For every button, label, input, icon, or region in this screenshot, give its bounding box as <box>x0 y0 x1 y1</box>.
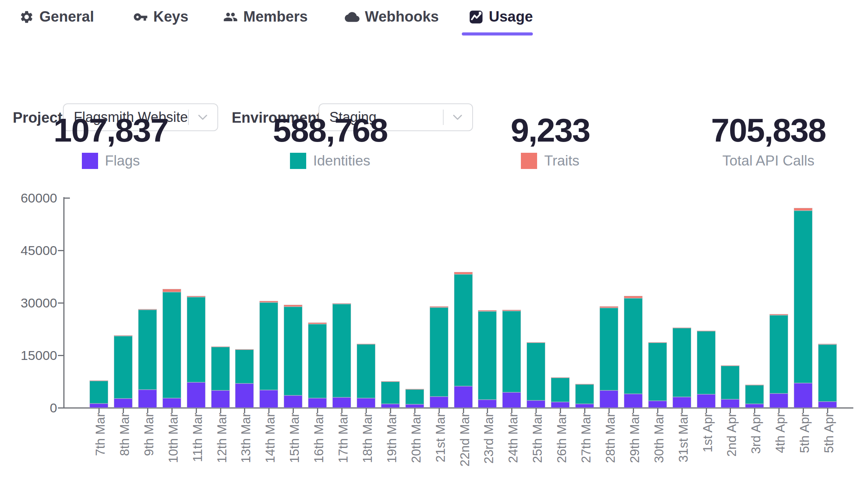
bar-segment-identities[interactable] <box>770 315 788 393</box>
bar-segment-identities[interactable] <box>575 384 594 404</box>
bar-segment-identities[interactable] <box>381 381 400 404</box>
bar-segment-traits[interactable] <box>235 349 254 350</box>
bar-segment-identities[interactable] <box>478 311 497 400</box>
bar-segment-flags[interactable] <box>818 402 837 408</box>
bar-segment-flags[interactable] <box>259 390 278 408</box>
bar-segment-traits[interactable] <box>405 389 424 390</box>
bar-segment-traits[interactable] <box>284 305 302 307</box>
bar-segment-traits[interactable] <box>600 306 618 308</box>
bar-segment-traits[interactable] <box>527 342 545 343</box>
bar-segment-flags[interactable] <box>794 383 812 408</box>
bar-segment-traits[interactable] <box>308 323 327 324</box>
bar-segment-flags[interactable] <box>624 394 643 408</box>
x-axis-label: 7th Mar <box>93 413 106 478</box>
bar-segment-identities[interactable] <box>187 297 205 382</box>
bar-segment-flags[interactable] <box>745 404 764 408</box>
bar-segment-traits[interactable] <box>770 314 788 315</box>
bar-segment-identities[interactable] <box>332 304 351 397</box>
bar-segment-traits[interactable] <box>430 306 448 307</box>
bar-segment-identities[interactable] <box>551 377 570 402</box>
bar-segment-identities[interactable] <box>697 331 715 394</box>
bar-segment-identities[interactable] <box>259 302 278 390</box>
bar-segment-identities[interactable] <box>648 343 667 401</box>
bar-segment-flags[interactable] <box>551 402 570 408</box>
bar-segment-flags[interactable] <box>454 386 473 408</box>
bar-segment-identities[interactable] <box>90 380 108 404</box>
bar-segment-identities[interactable] <box>745 385 764 404</box>
bar-segment-traits[interactable] <box>332 303 351 304</box>
bar-segment-traits[interactable] <box>163 289 181 292</box>
x-axis-label: 30th Mar <box>652 413 665 478</box>
bar-segment-identities[interactable] <box>527 343 545 400</box>
bar-segment-flags[interactable] <box>405 404 424 408</box>
bar-segment-traits[interactable] <box>721 365 739 366</box>
bar-segment-flags[interactable] <box>575 404 594 408</box>
bar-segment-traits[interactable] <box>551 377 570 378</box>
bar-segment-flags[interactable] <box>381 404 400 408</box>
bar-segment-traits[interactable] <box>357 344 375 345</box>
bar-segment-flags[interactable] <box>138 390 157 408</box>
bar-segment-traits[interactable] <box>648 342 667 343</box>
bar-segment-flags[interactable] <box>211 390 230 408</box>
bar-segment-flags[interactable] <box>114 399 132 408</box>
bar-segment-flags[interactable] <box>648 401 667 408</box>
bar-segment-flags[interactable] <box>502 392 521 408</box>
bar-segment-identities[interactable] <box>502 311 521 392</box>
bar-segment-identities[interactable] <box>114 336 132 399</box>
bar-segment-traits[interactable] <box>90 380 108 381</box>
bar-segment-flags[interactable] <box>90 404 108 408</box>
bar-segment-identities[interactable] <box>430 307 448 397</box>
bar-segment-identities[interactable] <box>163 292 181 398</box>
bar-segment-identities[interactable] <box>673 328 691 397</box>
bar-segment-flags[interactable] <box>163 398 181 408</box>
bar-segment-identities[interactable] <box>405 389 424 404</box>
bar-segment-identities[interactable] <box>284 307 302 395</box>
bar-segment-identities[interactable] <box>308 324 327 398</box>
bar-segment-identities[interactable] <box>211 346 230 390</box>
bar-segment-traits[interactable] <box>673 328 691 328</box>
bar-segment-identities[interactable] <box>721 366 739 399</box>
x-axis-label: 2nd Apr <box>724 413 737 478</box>
bar-segment-identities[interactable] <box>794 211 812 383</box>
bar-segment-traits[interactable] <box>138 309 157 310</box>
bar-segment-flags[interactable] <box>430 397 448 408</box>
bar-segment-identities[interactable] <box>624 298 643 394</box>
bar-segment-identities[interactable] <box>357 344 375 398</box>
bar-segment-traits[interactable] <box>502 310 521 311</box>
bar-segment-traits[interactable] <box>381 381 400 382</box>
bar-segment-flags[interactable] <box>357 398 375 408</box>
bar-segment-flags[interactable] <box>235 383 254 408</box>
x-axis-label: 21st Mar <box>433 413 446 478</box>
bar-segment-identities[interactable] <box>600 308 618 390</box>
bar-segment-traits[interactable] <box>818 344 837 345</box>
bar-segment-identities[interactable] <box>818 345 837 402</box>
bar-segment-flags[interactable] <box>478 400 497 408</box>
x-axis-label: 28th Mar <box>603 413 616 478</box>
bar-segment-traits[interactable] <box>478 310 497 311</box>
bar-segment-identities[interactable] <box>454 274 473 386</box>
bar-segment-traits[interactable] <box>745 385 764 385</box>
bar-segment-traits[interactable] <box>624 296 643 298</box>
bar-segment-traits[interactable] <box>211 346 230 347</box>
bar-segment-flags[interactable] <box>721 399 739 408</box>
bar-segment-flags[interactable] <box>697 394 715 408</box>
x-axis-label: 23rd Mar <box>481 413 495 478</box>
bar-segment-identities[interactable] <box>235 350 254 383</box>
x-axis-label: 1st Apr <box>700 413 714 478</box>
bar-segment-traits[interactable] <box>259 301 278 302</box>
bar-segment-traits[interactable] <box>114 335 132 336</box>
bar-segment-flags[interactable] <box>527 400 545 408</box>
bar-segment-flags[interactable] <box>187 382 205 408</box>
bar-segment-traits[interactable] <box>575 384 594 385</box>
bar-segment-traits[interactable] <box>697 331 715 331</box>
bar-segment-flags[interactable] <box>308 398 327 408</box>
bar-segment-flags[interactable] <box>332 397 351 408</box>
bar-segment-flags[interactable] <box>284 395 302 408</box>
bar-segment-flags[interactable] <box>770 393 788 408</box>
bar-segment-traits[interactable] <box>454 272 473 274</box>
bar-segment-identities[interactable] <box>138 310 157 390</box>
bar-segment-flags[interactable] <box>673 397 691 408</box>
bar-segment-flags[interactable] <box>600 390 618 408</box>
bar-segment-traits[interactable] <box>187 296 205 297</box>
bar-segment-traits[interactable] <box>794 208 812 211</box>
